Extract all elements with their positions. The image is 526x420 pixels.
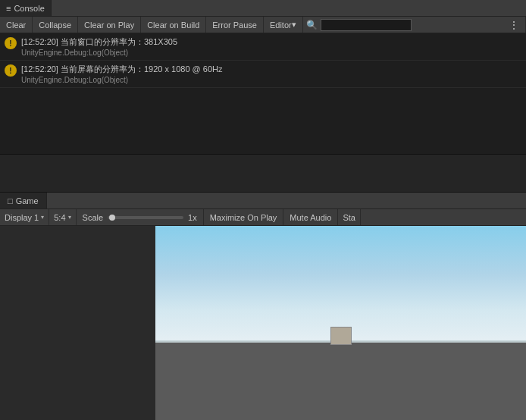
log-entry[interactable]: ! [12:52:20] 当前窗口的分辨率为：381X305 UnityEngi… xyxy=(0,33,526,61)
console-panel: ≡ Console Clear Collapse Clear on Play C… xyxy=(0,0,526,193)
scale-control: Scale 1x xyxy=(77,209,204,225)
display-label: Display 1 xyxy=(5,213,39,222)
game-viewport xyxy=(0,226,526,420)
aspect-dropdown-button[interactable]: 5:4 ▾ xyxy=(49,209,76,225)
search-area: 🔍 xyxy=(303,19,503,31)
console-options-button[interactable]: ⋮ xyxy=(503,17,526,33)
editor-dropdown-icon: ▾ xyxy=(292,20,296,30)
scale-label: Scale xyxy=(83,213,104,222)
warning-icon: ! xyxy=(5,37,17,49)
log-sub-text: UnityEngine.Debug:Log(Object) xyxy=(21,49,177,57)
game-viewport-left-area xyxy=(0,226,155,420)
console-tab-bar: ≡ Console xyxy=(0,0,526,17)
scale-value: 1x xyxy=(188,213,197,222)
log-main-text: [12:52:20] 当前窗口的分辨率为：381X305 xyxy=(21,36,177,48)
maximize-label: Maximize On Play xyxy=(210,213,277,222)
search-input[interactable] xyxy=(321,19,412,31)
game-tab-bar: □ Game xyxy=(0,193,526,209)
game-tab[interactable]: □ Game xyxy=(0,193,47,208)
clear-on-play-label: Clear on Play xyxy=(84,20,134,30)
mute-audio-button[interactable]: Mute Audio xyxy=(283,209,338,225)
collapse-button[interactable]: Collapse xyxy=(33,17,78,33)
search-icon: 🔍 xyxy=(306,20,318,30)
mute-label: Mute Audio xyxy=(290,213,331,222)
scale-slider-thumb xyxy=(109,215,115,221)
error-pause-label: Error Pause xyxy=(212,20,257,30)
scale-slider[interactable] xyxy=(108,216,183,219)
game-viewport-right-area xyxy=(155,226,526,420)
maximize-on-play-button[interactable]: Maximize On Play xyxy=(204,209,284,225)
clear-on-build-button[interactable]: Clear on Build xyxy=(141,17,206,33)
display-dropdown-button[interactable]: Display 1 ▾ xyxy=(0,209,49,225)
warning-icon: ! xyxy=(5,64,17,77)
console-log-area[interactable]: ! [12:52:20] 当前窗口的分辨率为：381X305 UnityEngi… xyxy=(0,33,526,155)
stats-label: Sta xyxy=(343,213,355,222)
game-icon: □ xyxy=(8,196,13,205)
console-icon: ≡ xyxy=(6,4,11,13)
aspect-dropdown-icon: ▾ xyxy=(68,214,71,221)
log-content: [12:52:20] 当前窗口的分辨率为：381X305 UnityEngine… xyxy=(21,36,177,57)
console-toolbar: Clear Collapse Clear on Play Clear on Bu… xyxy=(0,17,526,33)
game-tab-label: Game xyxy=(16,196,39,205)
log-content: [12:52:20] 当前屏幕的分辨率为：1920 x 1080 @ 60Hz … xyxy=(21,64,223,84)
stats-button[interactable]: Sta xyxy=(338,209,361,225)
clear-button[interactable]: Clear xyxy=(0,17,33,33)
clear-label: Clear xyxy=(6,20,26,30)
console-detail xyxy=(0,155,526,193)
log-main-text: [12:52:20] 当前屏幕的分辨率为：1920 x 1080 @ 60Hz xyxy=(21,64,223,75)
editor-label: Editor xyxy=(270,20,292,30)
console-tab[interactable]: ≡ Console xyxy=(0,0,52,16)
editor-dropdown-button[interactable]: Editor ▾ xyxy=(264,17,303,33)
clear-on-play-button[interactable]: Clear on Play xyxy=(78,17,141,33)
clear-on-build-label: Clear on Build xyxy=(147,20,199,30)
game-toolbar: Display 1 ▾ 5:4 ▾ Scale 1x Maximize On P… xyxy=(0,209,526,226)
aspect-label: 5:4 xyxy=(54,213,65,222)
game-panel: □ Game Display 1 ▾ 5:4 ▾ Scale 1x Maximi… xyxy=(0,193,526,420)
ground-plane xyxy=(155,343,526,420)
cube-object xyxy=(330,327,352,345)
display-dropdown-icon: ▾ xyxy=(41,214,44,221)
log-entry[interactable]: ! [12:52:20] 当前屏幕的分辨率为：1920 x 1080 @ 60H… xyxy=(0,61,526,88)
console-tab-label: Console xyxy=(14,4,44,13)
error-pause-button[interactable]: Error Pause xyxy=(206,17,264,33)
collapse-label: Collapse xyxy=(39,20,71,30)
log-sub-text: UnityEngine.Debug:Log(Object) xyxy=(21,76,223,84)
